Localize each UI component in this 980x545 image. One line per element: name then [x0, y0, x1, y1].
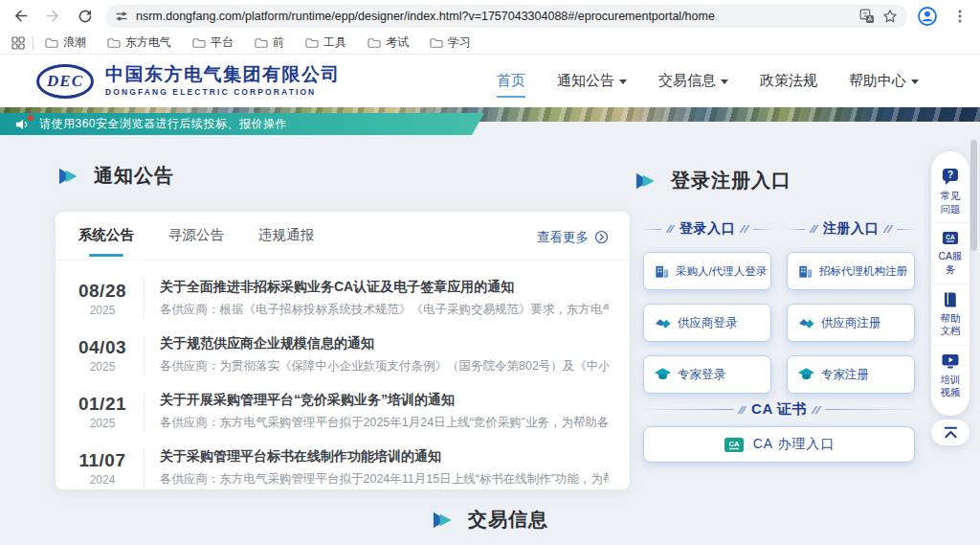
expert-login-button[interactable]: 专家登录	[643, 355, 771, 394]
list-item[interactable]: 08/28 2025 关于全面推进非招标采购业务CA认证及电子签章应用的通知 各…	[75, 270, 609, 327]
button-label: 专家登录	[678, 367, 725, 383]
section-arrow-icon	[57, 167, 81, 186]
bookmark-folder[interactable]: 东方电气	[107, 34, 171, 51]
notice-date-md: 01/21	[75, 394, 130, 415]
login-register-subheaders: 登录入口 注册入口	[643, 220, 915, 238]
bookmark-label: 浪潮	[63, 34, 86, 51]
list-item[interactable]: 11/07 2024 关于采购管理平台标书在线制作功能培训的通知 各供应商：东方…	[75, 440, 609, 489]
notice-title[interactable]: 关于规范供应商企业规模信息的通知	[160, 335, 609, 352]
list-item[interactable]: 01/21 2025 关于开展采购管理平台“竞价采购业务”培训的通知 各供应商：…	[75, 383, 609, 440]
apps-grid-icon[interactable]	[11, 36, 25, 50]
sidebar-collapse-button[interactable]	[931, 420, 969, 445]
nav-item-help-center[interactable]: 帮助中心	[849, 64, 919, 98]
deco-slashes	[885, 225, 890, 233]
bidding-agency-register-button[interactable]: 招标代理机构注册	[787, 252, 915, 290]
notice-title[interactable]: 关于采购管理平台标书在线制作功能培训的通知	[160, 448, 609, 466]
tab-violation-reports[interactable]: 违规通报	[258, 226, 314, 248]
sidebar-item-ca-service[interactable]: CA CA服务	[933, 222, 968, 283]
notice-desc: 各供应商：根据《电子招标投标系统技术规范》《电子采购交易规范》要求，东方电气采购…	[160, 302, 609, 318]
dec-logo-icon: DEC	[36, 64, 94, 99]
bookmarks-divider	[33, 36, 33, 50]
button-label: 专家注册	[821, 367, 869, 383]
bookmark-folder[interactable]: 考试	[368, 34, 409, 51]
bookmark-folder[interactable]: 学习	[430, 34, 471, 51]
bookmark-folder[interactable]: 工具	[305, 34, 346, 51]
company-logo[interactable]: DEC 中国东方电气集团有限公司 DONGFANG ELECTRIC CORPO…	[36, 64, 341, 99]
notice-date-year: 2025	[75, 304, 130, 317]
nav-item-policies[interactable]: 政策法规	[760, 64, 817, 98]
notice-text: 关于规范供应商企业规模信息的通知 各供应商：为贯彻落实《保障中小企业款项支付条例…	[144, 335, 609, 375]
forward-icon[interactable]	[40, 4, 65, 29]
question-bubble-icon: ?	[941, 168, 960, 186]
bookmark-label: 考试	[386, 34, 409, 51]
notice-date-md: 04/03	[75, 337, 130, 358]
supplier-register-button[interactable]: 供应商注册	[787, 304, 915, 342]
button-label: 供应商注册	[821, 315, 881, 331]
nav-item-notices[interactable]: 通知公告	[557, 64, 627, 98]
nav-item-trade-info[interactable]: 交易信息	[658, 64, 728, 98]
bookmark-folder[interactable]: 前	[255, 34, 284, 51]
notice-date: 08/28 2025	[75, 281, 130, 317]
tab-system-notices[interactable]: 系统公告	[78, 226, 134, 248]
bookmark-label: 东方电气	[125, 34, 171, 51]
deco-line	[787, 229, 805, 230]
notice-date-md: 11/07	[75, 450, 130, 471]
section-arrow-icon	[635, 171, 658, 191]
notice-title[interactable]: 关于全面推进非招标采购业务CA认证及电子签章应用的通知	[160, 279, 609, 296]
notice-section-heading: 通知公告	[57, 163, 174, 189]
deco-line	[825, 409, 915, 410]
notice-text: 关于采购管理平台标书在线制作功能培训的通知 各供应商：东方电气采购管理平台拟于2…	[144, 448, 609, 488]
notice-text: 关于开展采购管理平台“竞价采购业务”培训的通知 各供应商：东方电气采购管理平台拟…	[144, 392, 609, 431]
speaker-icon	[15, 118, 31, 131]
url-text[interactable]: nsrm.dongfang.com/platform/runtime/epp/d…	[136, 10, 715, 23]
login-register-buttons: 采购人/代理人登录 招标代理机构注册 供应商登录 供应商注册 专家登录	[643, 252, 915, 394]
translate-icon[interactable]: 文A	[859, 9, 875, 24]
handshake-icon	[654, 316, 672, 330]
url-bar[interactable]: nsrm.dongfang.com/platform/runtime/epp/d…	[105, 5, 907, 28]
bookmark-label: 平台	[211, 34, 234, 51]
notice-list: 08/28 2025 关于全面推进非招标采购业务CA认证及电子签章应用的通知 各…	[56, 261, 630, 489]
circle-arrow-icon	[594, 230, 609, 244]
browser-menu-icon[interactable]	[947, 4, 972, 29]
chevron-down-icon	[721, 79, 728, 84]
ca-card-icon: CA	[941, 230, 960, 246]
tab-sourcing-notices[interactable]: 寻源公告	[168, 226, 224, 248]
page-scrollbar-thumb[interactable]	[970, 140, 977, 251]
ca-apply-button[interactable]: CA CA 办理入口	[643, 426, 915, 463]
section-title: 登录注册入口	[671, 168, 791, 193]
back-icon[interactable]	[8, 4, 33, 29]
notice-date-md: 08/28	[75, 281, 130, 302]
refresh-icon[interactable]	[73, 4, 98, 29]
button-label: 采购人/代理人登录	[676, 264, 767, 279]
bookmarks-bar: 浪潮 东方电气 平台 前 工具 考试 学习	[0, 32, 980, 55]
nav-item-home[interactable]: 首页	[497, 64, 525, 98]
register-entry-header: 注册入口	[787, 220, 915, 238]
site-info-icon[interactable]	[115, 10, 128, 23]
notice-title[interactable]: 关于开展采购管理平台“竞价采购业务”培训的通知	[160, 392, 609, 409]
expert-register-button[interactable]: 专家注册	[787, 355, 915, 394]
button-label: 招标代理机构注册	[819, 264, 907, 279]
alert-dot	[28, 115, 33, 121]
deco-slashes	[668, 225, 673, 233]
announcement-bar: 请使用360安全浏览器进行后续投标、报价操作	[0, 113, 484, 135]
purchaser-agent-login-button[interactable]: 采购人/代理人登录	[643, 252, 771, 290]
supplier-login-button[interactable]: 供应商登录	[643, 304, 771, 342]
bookmark-folder[interactable]: 平台	[192, 34, 234, 51]
sidebar-item-faq[interactable]: ? 常见问题	[933, 161, 968, 222]
bookmark-folder[interactable]: 浪潮	[45, 34, 86, 51]
nav-label: 首页	[497, 72, 525, 90]
view-more-link[interactable]: 查看更多	[537, 229, 609, 246]
list-item[interactable]: 04/03 2025 关于规范供应商企业规模信息的通知 各供应商：为贯彻落实《保…	[75, 327, 609, 383]
login-section-heading: 登录注册入口	[635, 168, 791, 193]
deco-line	[753, 229, 771, 230]
profile-avatar-icon[interactable]	[915, 4, 940, 29]
sidebar-item-training-videos[interactable]: 培训视频	[933, 345, 968, 406]
notice-date-year: 2024	[75, 473, 130, 487]
nav-label: 交易信息	[658, 72, 716, 90]
sidebar-item-help-docs[interactable]: 帮助文档	[933, 284, 968, 345]
button-label: CA 办理入口	[753, 436, 835, 453]
bookmark-star-icon[interactable]	[882, 9, 898, 24]
building-icon	[654, 263, 670, 280]
handshake-icon	[797, 316, 815, 330]
company-name-en: DONGFANG ELECTRIC CORPORATION	[105, 87, 341, 97]
